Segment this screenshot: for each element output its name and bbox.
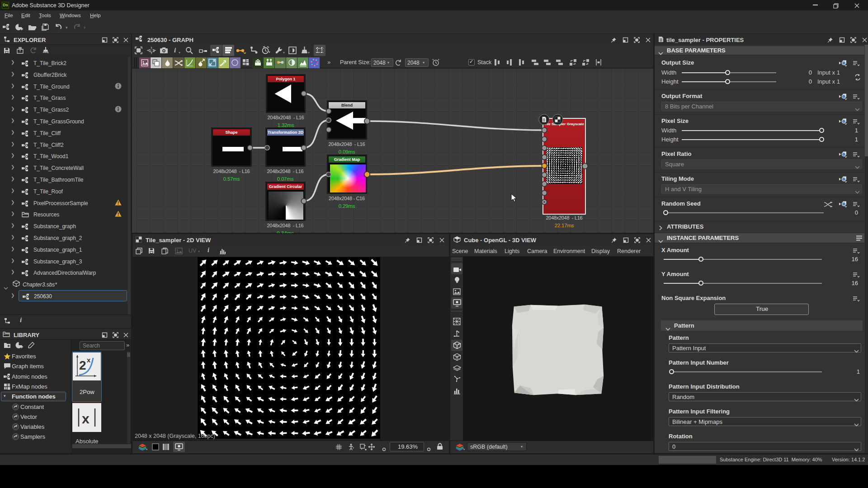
svg-text:x: x — [82, 411, 90, 426]
svg-text:1:1: 1:1 — [149, 48, 155, 53]
svg-text:x: x — [87, 356, 91, 364]
svg-text:2: 2 — [79, 358, 86, 372]
